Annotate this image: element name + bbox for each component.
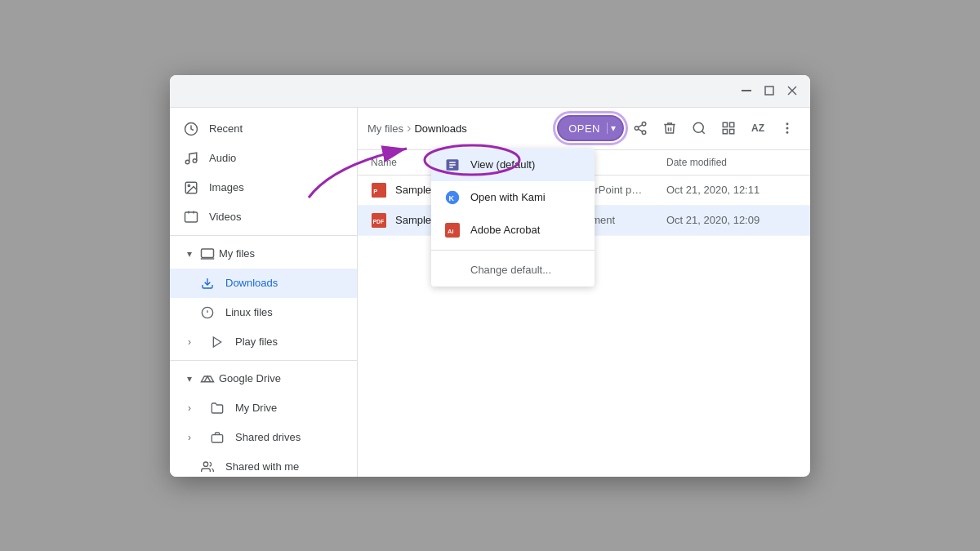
shareddrives-chevron: › [183,431,196,444]
myfiles-chevron-down: ▾ [183,247,196,260]
svg-line-24 [638,129,642,131]
open-button-label: OPEN [562,122,607,135]
gdrive-chevron-down: ▾ [183,372,196,385]
toolbar: My files › Downloads OPEN ▾ [358,108,810,150]
sidebar-item-my-drive[interactable]: › My Drive [170,393,357,423]
dropdown-item-change-default[interactable]: Change default... [431,254,595,287]
google-drive-icon [199,371,216,387]
play-files-label: Play files [235,335,278,348]
my-drive-icon [209,400,225,416]
adobe-icon: Ai [444,222,461,238]
kami-icon: K [444,189,461,206]
svg-line-27 [702,131,704,133]
shared-with-me-label: Shared with me [225,460,299,473]
sidebar-divider-2 [170,360,357,361]
shared-drives-label: Shared drives [235,431,301,443]
laptop-icon [199,246,216,262]
sidebar-item-videos[interactable]: Videos [170,202,357,232]
dropdown-menu: View (default) K Open with Kami Ai Adobe… [431,149,595,287]
sort-button[interactable]: AZ [745,115,771,141]
svg-rect-1 [765,87,773,95]
sidebar-section-google-drive[interactable]: ▾ Google Drive [170,364,357,393]
dropdown-item-view-default[interactable]: View (default) [431,149,595,181]
downloads-label: Downloads [225,277,278,289]
play-icon [209,334,225,350]
svg-point-5 [185,160,189,164]
dropdown-label-change-default: Change default... [470,264,551,276]
sidebar-item-audio-label: Audio [209,152,236,164]
svg-rect-30 [723,130,727,134]
linux-files-label: Linux files [225,306,273,318]
svg-point-8 [188,184,189,186]
more-button[interactable] [774,115,800,141]
minimize-button[interactable] [735,79,758,102]
open-button[interactable]: OPEN ▾ [557,115,624,141]
svg-marker-18 [213,337,220,347]
sidebar-item-images[interactable]: Images [170,173,357,202]
open-button-chevron: ▾ [607,122,619,134]
pdf-icon: PDF [371,212,387,229]
sidebar-item-play-files[interactable]: › Play files [170,327,357,357]
dropdown-item-adobe[interactable]: Ai Adobe Acrobat [431,214,595,247]
dropdown-item-open-kami[interactable]: K Open with Kami [431,181,595,214]
linux-icon [199,304,216,321]
google-drive-label: Google Drive [219,372,281,384]
sidebar-item-videos-label: Videos [209,211,242,223]
file-manager-window: Recent Audio Images Videos [170,75,810,477]
breadcrumb: My files › Downloads [368,121,554,136]
dropdown-label-kami: Open with Kami [470,191,546,203]
sidebar-section-myfiles[interactable]: ▾ My files [170,239,357,269]
audio-icon [183,150,199,167]
col-date: Date modified [666,157,797,168]
sidebar-item-audio[interactable]: Audio [170,144,357,173]
svg-point-32 [786,123,788,125]
title-bar [170,75,810,108]
images-icon [183,180,199,196]
breadcrumb-current: Downloads [414,122,466,135]
svg-point-33 [786,127,788,129]
svg-point-6 [193,158,197,162]
svg-point-26 [693,122,703,132]
svg-text:PDF: PDF [373,218,385,224]
recent-icon [183,121,199,137]
breadcrumb-parent[interactable]: My files [368,122,403,135]
dropdown-label-view-default: View (default) [470,158,535,171]
sidebar-item-shared-with-me[interactable]: Shared with me [170,452,357,477]
close-button[interactable] [781,79,804,102]
svg-point-21 [642,122,646,127]
svg-rect-12 [202,249,214,258]
playfiles-chevron: › [183,335,196,349]
sidebar: Recent Audio Images Videos [170,108,358,477]
svg-line-25 [638,125,642,127]
svg-point-20 [203,462,207,466]
mydrive-chevron: › [183,402,196,415]
svg-rect-28 [723,122,727,127]
svg-rect-29 [730,122,734,127]
grid-button[interactable] [715,115,742,141]
dropdown-divider [431,250,595,251]
svg-text:K: K [449,193,455,202]
search-button[interactable] [686,115,712,141]
sidebar-item-linux-files[interactable]: Linux files [170,298,357,327]
breadcrumb-separator: › [407,121,411,136]
sidebar-item-shared-drives[interactable]: › Shared drives [170,423,357,452]
sidebar-divider-1 [170,235,357,236]
toolbar-actions: OPEN ▾ AZ [557,115,800,141]
delete-button[interactable] [657,115,683,141]
dropdown-label-adobe: Adobe Acrobat [470,224,540,236]
videos-icon [183,209,199,225]
view-default-icon [444,157,461,173]
svg-text:Ai: Ai [448,227,454,234]
sidebar-item-downloads[interactable]: Downloads [170,269,357,298]
pptx-icon: P [371,182,387,198]
sidebar-item-recent[interactable]: Recent [170,114,357,144]
svg-rect-19 [212,434,222,442]
shared-with-me-icon [199,459,216,475]
change-default-icon [444,262,461,278]
share-button[interactable] [627,115,653,141]
downloads-icon [199,275,216,291]
shared-drives-icon [209,429,225,446]
svg-rect-31 [730,130,734,134]
maximize-button[interactable] [758,79,781,102]
file-date-1: Oct 21, 2020, 12:11 [666,184,797,196]
